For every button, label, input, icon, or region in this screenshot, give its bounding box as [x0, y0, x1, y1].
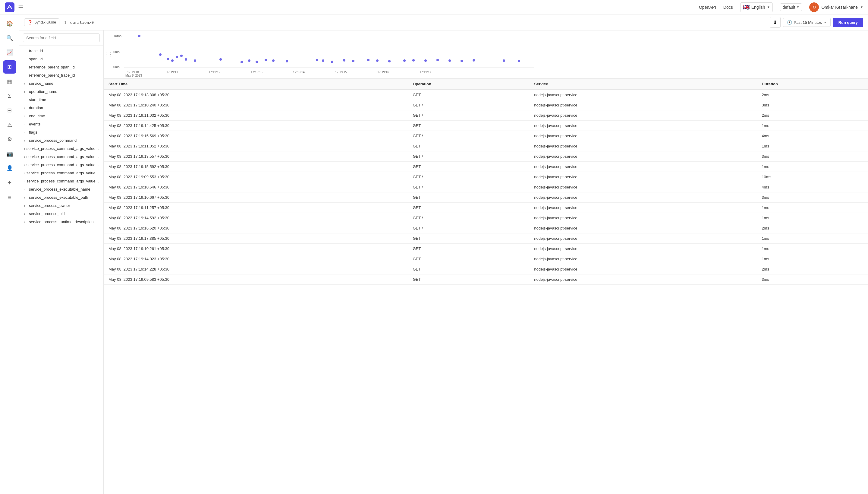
chart-dot[interactable] — [176, 56, 178, 58]
expand-icon[interactable]: › — [24, 188, 28, 191]
chart-dot[interactable] — [403, 59, 406, 62]
field-item[interactable]: reference_parent_trace_id — [19, 71, 103, 79]
field-item[interactable]: ›service_process_runtime_description — [19, 218, 103, 226]
table-row[interactable]: May 08, 2023 17:19:09.553 +05:30GET /nod… — [104, 172, 868, 182]
col-service[interactable]: Service — [529, 79, 757, 90]
expand-icon[interactable]: › — [24, 212, 28, 216]
field-item[interactable]: ›service_name — [19, 79, 103, 88]
sidebar-item-trends[interactable]: 📈 — [3, 46, 16, 59]
table-row[interactable]: May 08, 2023 17:19:11.257 +05:30GETnodej… — [104, 203, 868, 213]
sidebar-item-sum[interactable]: Σ — [3, 89, 16, 102]
field-item[interactable]: ›operation_name — [19, 88, 103, 96]
expand-icon[interactable]: › — [24, 90, 28, 94]
expand-icon[interactable]: › — [24, 114, 28, 118]
sidebar-item-search[interactable]: 🔍 — [3, 31, 16, 45]
field-item[interactable]: ›service_process_command_args_value... — [19, 161, 103, 169]
table-row[interactable]: May 08, 2023 17:19:14.425 +05:30GETnodej… — [104, 121, 868, 131]
field-item[interactable]: ›service_process_command_args_value... — [19, 169, 103, 177]
chart-dot[interactable] — [256, 61, 258, 63]
table-row[interactable]: May 08, 2023 17:19:13.808 +05:30GETnodej… — [104, 90, 868, 100]
env-selector[interactable]: default ▼ — [780, 3, 802, 11]
table-row[interactable]: May 08, 2023 17:19:14.023 +05:30GETnodej… — [104, 254, 868, 264]
field-item[interactable]: ›service_process_command_args_value... — [19, 153, 103, 161]
chart-dot[interactable] — [264, 59, 267, 61]
chart-dot[interactable] — [331, 61, 333, 63]
chart-dot[interactable] — [425, 59, 427, 62]
table-row[interactable]: May 08, 2023 17:19:10.667 +05:30GETnodej… — [104, 192, 868, 203]
chart-dot[interactable] — [352, 60, 354, 62]
language-selector[interactable]: 🇬🇧 English ▼ — [740, 2, 773, 12]
sidebar-item-home[interactable]: 🏠 — [3, 17, 16, 30]
chart-dot[interactable] — [248, 59, 251, 62]
hamburger-icon[interactable]: ☰ — [18, 4, 23, 11]
chart-dot[interactable] — [138, 35, 140, 37]
field-item[interactable]: ›events — [19, 120, 103, 128]
chart-dot[interactable] — [240, 61, 243, 63]
chart-dot[interactable] — [167, 58, 169, 60]
sidebar-item-settings[interactable]: ≡ — [3, 191, 16, 204]
expand-icon[interactable]: › — [24, 204, 28, 208]
chart-dot[interactable] — [159, 53, 161, 56]
table-row[interactable]: May 08, 2023 17:19:14.228 +05:30GETnodej… — [104, 264, 868, 274]
sidebar-item-alerts[interactable]: ⚠ — [3, 118, 16, 132]
field-item[interactable]: reference_parent_span_id — [19, 63, 103, 71]
chart-dot[interactable] — [436, 59, 439, 61]
query-text[interactable]: duration>0 — [70, 20, 94, 25]
docs-link[interactable]: Docs — [723, 5, 733, 10]
chart-dot[interactable] — [316, 59, 318, 61]
chart-dot[interactable] — [272, 59, 275, 62]
sidebar-item-grid[interactable]: ⊟ — [3, 104, 16, 117]
field-item[interactable]: trace_id — [19, 47, 103, 55]
sidebar-item-user[interactable]: 👤 — [3, 162, 16, 175]
col-operation[interactable]: Operation — [408, 79, 529, 90]
chart-dot[interactable] — [460, 60, 463, 62]
openapi-link[interactable]: OpenAPI — [699, 5, 716, 10]
expand-icon[interactable]: › — [24, 82, 28, 86]
field-item[interactable]: ›end_time — [19, 112, 103, 120]
logo[interactable]: ☰ — [5, 2, 23, 12]
time-range-selector[interactable]: 🕐 Past 15 Minutes ▼ — [783, 18, 831, 27]
chart-dot[interactable] — [412, 59, 415, 61]
chart-dot[interactable] — [367, 59, 370, 61]
field-item[interactable]: ›duration — [19, 104, 103, 112]
chart-dot[interactable] — [518, 60, 520, 62]
field-search-input[interactable] — [23, 34, 100, 42]
user-menu[interactable]: O Omkar Kesarkhane ▼ — [809, 2, 863, 12]
col-duration[interactable]: Duration — [757, 79, 868, 90]
expand-icon[interactable]: › — [24, 131, 28, 134]
chart-dot[interactable] — [376, 59, 378, 62]
expand-icon[interactable]: › — [24, 122, 28, 126]
expand-icon[interactable]: › — [24, 139, 28, 142]
run-query-button[interactable]: Run query — [833, 18, 863, 27]
field-item[interactable]: ›service_process_executable_name — [19, 185, 103, 193]
chart-dot[interactable] — [388, 60, 391, 62]
table-row[interactable]: May 08, 2023 17:19:16.620 +05:30GET /nod… — [104, 223, 868, 233]
field-item[interactable]: ›flags — [19, 128, 103, 136]
field-item[interactable]: ›service_process_pid — [19, 210, 103, 218]
table-row[interactable]: May 08, 2023 17:19:14.592 +05:30GET /nod… — [104, 213, 868, 223]
table-row[interactable]: May 08, 2023 17:19:17.385 +05:30GETnodej… — [104, 233, 868, 244]
chart-dot[interactable] — [473, 59, 475, 61]
table-row[interactable]: May 08, 2023 17:19:10.646 +05:30GET /nod… — [104, 182, 868, 192]
expand-icon[interactable]: › — [24, 196, 28, 200]
table-row[interactable]: May 08, 2023 17:19:15.592 +05:30GETnodej… — [104, 162, 868, 172]
table-row[interactable]: May 08, 2023 17:19:09.583 +05:30GETnodej… — [104, 274, 868, 285]
drag-handle[interactable]: ⋮⋮ — [104, 31, 112, 78]
field-item[interactable]: ›service_process_command — [19, 136, 103, 145]
field-item[interactable]: ›service_process_executable_path — [19, 193, 103, 202]
sidebar-item-traces[interactable]: ⊞ — [3, 60, 16, 74]
table-row[interactable]: May 08, 2023 17:19:11.052 +05:30GETnodej… — [104, 141, 868, 151]
sidebar-item-dashboard[interactable]: ▦ — [3, 75, 16, 88]
sidebar-item-camera[interactable]: 📷 — [3, 147, 16, 160]
download-button[interactable]: ⬇ — [770, 17, 781, 28]
chart-dot[interactable] — [343, 59, 346, 61]
chart-dot[interactable] — [503, 59, 505, 62]
expand-icon[interactable]: › — [24, 155, 25, 159]
field-item[interactable]: start_time — [19, 96, 103, 104]
table-row[interactable]: May 08, 2023 17:19:11.032 +05:30GET /nod… — [104, 110, 868, 121]
chart-dot[interactable] — [286, 60, 288, 62]
field-item[interactable]: ›service_process_command_args_value... — [19, 145, 103, 153]
field-item[interactable]: ›service_process_owner — [19, 202, 103, 210]
table-row[interactable]: May 08, 2023 17:19:15.569 +05:30GET /nod… — [104, 131, 868, 141]
expand-icon[interactable]: › — [24, 163, 25, 167]
